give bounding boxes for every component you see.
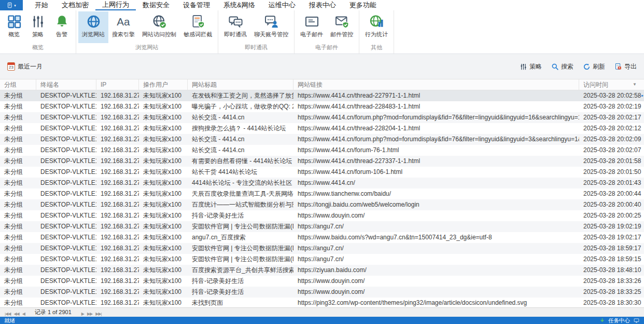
menu-tab[interactable]: 更多功能	[343, 0, 383, 10]
toolbar-action-search[interactable]: 搜索	[551, 62, 573, 71]
ribbon-item-label: 行为统计	[365, 31, 388, 38]
cell-terminal: DESKTOP-VLKTLE1	[36, 276, 96, 287]
ribbon-item[interactable]: 邮件管控	[327, 11, 357, 43]
monitor-icon[interactable]	[633, 318, 640, 323]
column-header[interactable]: 分组	[0, 79, 36, 90]
toolbar-action-refresh[interactable]: 刷新	[583, 62, 605, 71]
cell-terminal: DESKTOP-VLKTLE1	[36, 254, 96, 265]
menu-tab[interactable]: 设备管理	[176, 0, 217, 10]
pager-last-button[interactable]: ▶▶|	[95, 312, 101, 316]
table-row[interactable]: 未分组DESKTOP-VLKTLE1192.168.31.27未知玩家x100百…	[0, 199, 644, 210]
cell-ip: 192.168.31.27	[96, 254, 139, 265]
menu-tab[interactable]: 运维中心	[262, 0, 302, 10]
ribbon-item[interactable]: 即时通讯	[220, 11, 250, 43]
table-row[interactable]: 未分组DESKTOP-VLKTLE1192.168.31.27未知玩家x100曝…	[0, 101, 644, 112]
cell-time-value: 2025-03-28 20:00:40	[583, 199, 641, 210]
table-row[interactable]: 未分组DESKTOP-VLKTLE1192.168.31.27未知玩家x100百…	[0, 265, 644, 276]
date-range-label: 最近一月	[18, 62, 43, 71]
column-header[interactable]: 访问时间▼	[579, 79, 644, 90]
cell-ip: 192.168.31.27	[96, 287, 139, 298]
cell-time-value: 2025-03-28 18:33:26	[583, 276, 641, 287]
column-header[interactable]: 终端名	[36, 79, 96, 90]
cell-ip: 192.168.31.27	[96, 178, 139, 188]
cell-url: https://www.douyin.com/	[293, 276, 579, 287]
chat-icon	[228, 14, 243, 29]
ribbon-item[interactable]: 告警	[50, 11, 74, 43]
cell-title: 站长交流 - 4414.cn	[188, 134, 293, 145]
cell-time-value: 2025-03-28 18:59:17	[583, 243, 641, 254]
date-range-filter[interactable]: 23 最近一月	[7, 62, 43, 71]
cell-user: 未知玩家x100	[139, 276, 188, 287]
cell-url: https://www.baidu.com/s?wd=angu7.cn&tn=1…	[293, 232, 579, 243]
ribbon-item[interactable]: 策略	[26, 11, 50, 43]
ribbon-item[interactable]: 行为统计	[361, 11, 391, 43]
cell-group: 未分组	[0, 112, 36, 123]
cell-url: https://www.4414.cn/thread-227337-1-1.ht…	[293, 156, 579, 167]
pager-prev-button[interactable]: ◀	[22, 312, 25, 316]
row-more-button[interactable]: •••	[641, 90, 644, 101]
table-row[interactable]: 未分组DESKTOP-VLKTLE1192.168.31.27未知玩家x100站…	[0, 134, 644, 145]
pager-next-button[interactable]: ▶	[81, 312, 84, 316]
pager-next-page-button[interactable]: ▶▶	[87, 312, 92, 316]
column-header[interactable]: 网站链接	[293, 79, 579, 90]
ribbon-item[interactable]: 聊天账号管控	[250, 11, 292, 43]
ribbon-item[interactable]: 电子邮件	[297, 11, 327, 43]
menu-tab[interactable]: 数据安全	[136, 0, 176, 10]
ribbon-item[interactable]: 概览	[2, 11, 26, 43]
table-row[interactable]: 未分组DESKTOP-VLKTLE1192.168.31.27未知玩家x100站…	[0, 167, 644, 178]
menu-tabs: 开始文档加密上网行为数据安全设备管理系统&网络运维中心报表中心更多功能	[28, 0, 383, 10]
table-row[interactable]: 未分组DESKTOP-VLKTLE1192.168.31.27未知玩家x100搜…	[0, 123, 644, 134]
table-row[interactable]: 未分组DESKTOP-VLKTLE1192.168.31.27未知玩家x100未…	[0, 298, 644, 307]
filter-dropdown-icon[interactable]: ▼	[633, 79, 637, 90]
table-row[interactable]: 未分组DESKTOP-VLKTLE1192.168.31.27未知玩家x100抖…	[0, 276, 644, 287]
table-row[interactable]: 未分组DESKTOP-VLKTLE1192.168.31.27未知玩家x100a…	[0, 232, 644, 243]
menu-tab[interactable]: 报表中心	[302, 0, 343, 10]
cell-group: 未分组	[0, 199, 36, 210]
ribbon-item[interactable]: 浏览网站	[78, 11, 108, 43]
table-row[interactable]: 未分组DESKTOP-VLKTLE1192.168.31.27未知玩家x100有…	[0, 156, 644, 167]
cell-time: 2025-03-28 20:01:43	[579, 178, 644, 188]
column-header[interactable]: 操作用户	[139, 79, 188, 90]
table-row[interactable]: 未分组DESKTOP-VLKTLE1192.168.31.27未知玩家x100抖…	[0, 287, 644, 298]
table-row[interactable]: 未分组DESKTOP-VLKTLE1192.168.31.27未知玩家x100在…	[0, 90, 644, 101]
pager-prev-page-button[interactable]: ◀◀	[13, 312, 19, 316]
filter-toolbar: 23 最近一月 策略搜索刷新导出	[0, 54, 644, 79]
toolbar-action-export[interactable]: 导出	[614, 62, 637, 71]
table-row[interactable]: 未分组DESKTOP-VLKTLE1192.168.31.27未知玩家x1004…	[0, 178, 644, 188]
menu-tab[interactable]: 开始	[28, 0, 55, 10]
table-row[interactable]: 未分组DESKTOP-VLKTLE1192.168.31.27未知玩家x100安…	[0, 254, 644, 265]
menu-tab[interactable]: 上网行为	[95, 0, 136, 10]
ribbon-item[interactable]: 网站访问控制	[138, 11, 180, 43]
pager-first-button[interactable]: |◀◀	[5, 312, 10, 316]
table-row[interactable]: 未分组DESKTOP-VLKTLE1192.168.31.27未知玩家x100安…	[0, 243, 644, 254]
table-row[interactable]: 未分组DESKTOP-VLKTLE1192.168.31.27未知玩家x100抖…	[0, 210, 644, 221]
cell-time-value: 2025-03-28 20:02:09	[583, 134, 641, 145]
column-header[interactable]: 网站标题	[188, 79, 293, 90]
menu-tab[interactable]: 系统&网络	[217, 0, 262, 10]
app-menu-button[interactable]: ▾	[0, 0, 23, 10]
cell-time-value: 2025-03-28 20:01:58	[583, 156, 641, 167]
column-header[interactable]: IP	[96, 79, 139, 90]
cell-time: 2025-03-28 20:02:07	[579, 145, 644, 156]
cell-user: 未知玩家x100	[139, 123, 188, 134]
table-body: 未分组DESKTOP-VLKTLE1192.168.31.27未知玩家x100在…	[0, 90, 644, 307]
cell-group: 未分组	[0, 101, 36, 112]
toolbar-action-sliders-small[interactable]: 策略	[520, 62, 542, 71]
ribbon-item-label: 聊天账号管控	[254, 31, 288, 38]
ribbon-item[interactable]: 敏感词拦截	[180, 11, 216, 43]
cell-group: 未分组	[0, 145, 36, 156]
envelope-shield-icon	[334, 14, 349, 29]
cell-time-value: 2025-03-28 20:01:50	[583, 167, 641, 178]
menu-tab[interactable]: 文档加密	[55, 0, 95, 10]
table-row[interactable]: 未分组DESKTOP-VLKTLE1192.168.31.27未知玩家x100安…	[0, 221, 644, 232]
cell-time: 2025-03-28 18:33:26	[579, 276, 644, 287]
ribbon-item[interactable]: 搜索引擎	[108, 11, 138, 43]
table-row[interactable]: 未分组DESKTOP-VLKTLE1192.168.31.27未知玩家x100天…	[0, 188, 644, 199]
ribbon-item-label: 网站访问控制	[142, 31, 176, 38]
cell-time: 2025-03-28 20:02:09	[579, 134, 644, 145]
cell-time: 2025-03-28 18:59:15	[579, 254, 644, 265]
task-center-button[interactable]: 任务中心	[608, 317, 630, 324]
table-row[interactable]: 未分组DESKTOP-VLKTLE1192.168.31.27未知玩家x100站…	[0, 145, 644, 156]
sliders-small-icon	[520, 63, 527, 71]
table-row[interactable]: 未分组DESKTOP-VLKTLE1192.168.31.27未知玩家x100站…	[0, 112, 644, 123]
